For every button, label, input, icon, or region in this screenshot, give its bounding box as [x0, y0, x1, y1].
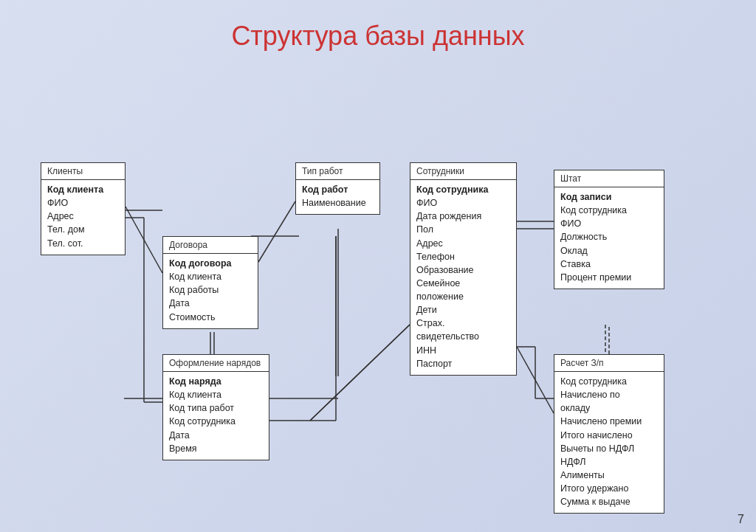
sotrudniki-header: Сотрудники: [410, 163, 516, 180]
clients-field-0: ФИО: [47, 196, 119, 210]
shtat-header: Штат: [554, 170, 664, 187]
shtat-f2: Должность: [560, 230, 658, 243]
tiprabot-field-0: Наименование: [302, 196, 374, 210]
raschet-f3: Итого начислено: [560, 429, 658, 442]
sotrudniki-f6: Семейное: [416, 277, 510, 290]
clients-field-3: Тел. сот.: [47, 237, 119, 250]
shtat-f4: Ставка: [560, 258, 658, 271]
oformlenie-f1: Код типа работ: [169, 401, 263, 415]
shtat-f3: Оклад: [560, 244, 658, 258]
oformlenie-f3: Дата: [169, 429, 263, 442]
shtat-f0: Код сотрудника: [560, 204, 658, 217]
raschet-f0: Код сотрудника: [560, 375, 658, 388]
page-title: Структура базы данных: [0, 0, 756, 66]
raschet-f1: Начислено по: [560, 388, 658, 401]
raschet-f7: Итого удержано: [560, 482, 658, 495]
clients-box: Клиенты Код клиента ФИО Адрес Тел. дом Т…: [41, 162, 126, 255]
sotrudniki-f3: Адрес: [416, 237, 510, 250]
sotrudniki-f10: свидетельство: [416, 330, 510, 343]
dogovora-f3: Стоимость: [169, 311, 252, 324]
sotrudniki-f11: ИНН: [416, 344, 510, 357]
sotrudniki-pk: Код сотрудника: [416, 183, 510, 196]
sotrudniki-f7: положение: [416, 290, 510, 303]
shtat-f1: ФИО: [560, 217, 658, 230]
raschet-f8: Сумма к выдаче: [560, 495, 658, 508]
sotrudniki-f9: Страх.: [416, 317, 510, 330]
oformlenie-f2: Код сотрудника: [169, 415, 263, 428]
raschet-f1b: окладу: [560, 401, 658, 415]
raschet-f2: Начислено премии: [560, 415, 658, 428]
svg-line-12: [258, 201, 295, 262]
dogovora-box: Договора Код договора Код клиента Код ра…: [162, 236, 258, 329]
svg-line-6: [310, 325, 410, 421]
raschet-f4: Вычеты по НДФЛ: [560, 442, 658, 455]
page-number: 7: [738, 513, 744, 526]
shtat-pk: Код записи: [560, 190, 658, 204]
raschet-header: Расчет З/п: [554, 355, 664, 372]
sotrudniki-f8: Дети: [416, 303, 510, 317]
raschet-f6: Алименты: [560, 469, 658, 482]
clients-pk: Код клиента: [47, 183, 119, 196]
clients-field-1: Адрес: [47, 210, 119, 223]
oformlenie-pk: Код наряда: [169, 375, 263, 388]
shtat-f5: Процент премии: [560, 271, 658, 284]
oformlenie-header: Оформление нарядов: [163, 355, 269, 372]
raschet-f5: НДФЛ: [560, 455, 658, 469]
shtat-box: Штат Код записи Код сотрудника ФИО Должн…: [554, 170, 664, 289]
sotrudniki-f12: Паспорт: [416, 357, 510, 370]
dogovora-f0: Код клиента: [169, 270, 252, 283]
clients-field-2: Тел. дом: [47, 223, 119, 236]
tiprabot-pk: Код работ: [302, 183, 374, 196]
sotrudniki-f4: Телефон: [416, 250, 510, 263]
clients-header: Клиенты: [41, 163, 125, 180]
tiprabot-header: Тип работ: [296, 163, 379, 180]
dogovora-f1: Код работы: [169, 283, 252, 297]
sotrudniki-box: Сотрудники Код сотрудника ФИО Дата рожде…: [410, 162, 517, 376]
svg-line-20: [310, 325, 410, 421]
dogovora-pk: Код договора: [169, 257, 252, 270]
sotrudniki-f0: ФИО: [416, 196, 510, 210]
sotrudniki-f2: Пол: [416, 223, 510, 236]
dogovora-header: Договора: [163, 237, 258, 254]
oformlenie-box: Оформление нарядов Код наряда Код клиент…: [162, 354, 269, 460]
svg-line-5: [517, 347, 554, 413]
raschet-box: Расчет З/п Код сотрудника Начислено по о…: [554, 354, 664, 514]
dogovora-f2: Дата: [169, 297, 252, 310]
tiprabot-box: Тип работ Код работ Наименование: [295, 162, 380, 215]
sotrudniki-f5: Образование: [416, 263, 510, 277]
oformlenie-f4: Время: [169, 442, 263, 455]
sotrudniki-f1: Дата рождения: [416, 210, 510, 223]
oformlenie-f0: Код клиента: [169, 388, 263, 401]
svg-line-11: [126, 207, 162, 273]
